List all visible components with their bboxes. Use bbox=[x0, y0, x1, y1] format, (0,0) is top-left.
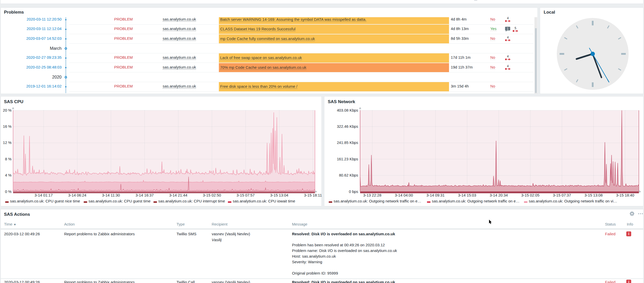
svg-text:5: 5 bbox=[515, 26, 516, 30]
svg-text:4: 4 bbox=[507, 36, 509, 39]
svg-text:4: 4 bbox=[507, 16, 509, 20]
svg-text:4: 4 bbox=[507, 55, 509, 58]
svg-text:1: 1 bbox=[507, 27, 509, 31]
svg-text:4: 4 bbox=[507, 64, 509, 68]
